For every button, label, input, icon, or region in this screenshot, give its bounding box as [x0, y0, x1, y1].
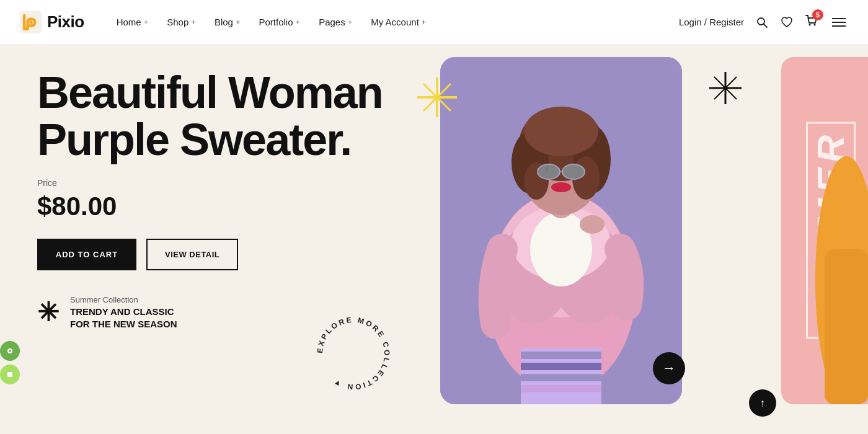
main-content: Beautiful Woman Purple Sweater. Price $8…: [0, 45, 868, 434]
svg-rect-28: [521, 374, 601, 381]
collection-text: Summer Collection TRENDY AND CLASSIC FOR…: [70, 295, 177, 330]
nav-pages-plus: +: [348, 17, 353, 27]
collection-category: Summer Collection: [70, 295, 177, 304]
main-nav: Home + Shop + Blog + Portfolio + Pages +…: [109, 12, 679, 32]
nav-shop[interactable]: Shop +: [159, 12, 203, 32]
nav-shop-plus: +: [191, 17, 196, 27]
svg-point-39: [562, 119, 585, 144]
nav-pages[interactable]: Pages +: [311, 12, 360, 32]
svg-text:EXPLORE MORE COLLECTION ▼: EXPLORE MORE COLLECTION ▼: [316, 316, 391, 392]
nav-blog[interactable]: Blog +: [207, 12, 248, 32]
star-black-decoration: [707, 69, 744, 109]
product-main-image: [440, 57, 682, 404]
nav-home-plus: +: [144, 17, 149, 27]
svg-rect-8: [7, 372, 12, 377]
svg-point-43: [551, 182, 571, 192]
star-yellow-decoration: [415, 76, 459, 122]
hero-title: Beautiful Woman Purple Sweater.: [37, 69, 384, 163]
collection-desc: TRENDY AND CLASSIC FOR THE NEW SEASON: [70, 306, 177, 330]
left-side-buttons: [0, 341, 20, 384]
cart-count-badge: 5: [812, 9, 823, 20]
svg-point-35: [524, 107, 598, 156]
nav-home[interactable]: Home +: [109, 12, 156, 32]
search-icon[interactable]: [755, 16, 769, 29]
svg-point-4: [809, 24, 811, 25]
login-register-link[interactable]: Login / Register: [679, 17, 744, 27]
logo-text: Pixio: [47, 12, 84, 32]
circular-explore-text[interactable]: EXPLORE MORE COLLECTION ▼: [310, 310, 397, 397]
svg-point-38: [538, 122, 560, 147]
scroll-up-button[interactable]: ↑: [749, 389, 776, 417]
svg-rect-29: [521, 385, 601, 392]
svg-point-2: [758, 18, 764, 25]
cart-icon[interactable]: 5: [805, 14, 818, 30]
header: Pixio Home + Shop + Blog + Portfolio + P…: [0, 0, 868, 45]
svg-point-7: [9, 350, 11, 352]
hero-right: → SUMMER ↑: [409, 45, 868, 434]
svg-rect-26: [521, 352, 601, 359]
nav-portfolio[interactable]: Portfolio +: [252, 12, 308, 32]
summer-side-panel: SUMMER: [781, 57, 868, 404]
header-right: Login / Register 5: [679, 14, 848, 30]
asterisk-decoration: ✳: [37, 299, 59, 326]
svg-point-1: [29, 20, 32, 24]
svg-point-40: [538, 164, 560, 179]
nav-account-plus: +: [422, 17, 427, 27]
svg-point-5: [814, 24, 816, 25]
next-arrow-button[interactable]: →: [653, 352, 685, 384]
nav-my-account[interactable]: My Account +: [363, 12, 433, 32]
svg-point-44: [580, 215, 604, 234]
logo-icon: [20, 11, 42, 33]
wishlist-icon[interactable]: [780, 16, 794, 29]
nav-portfolio-plus: +: [296, 17, 301, 27]
side-btn-light-green[interactable]: [0, 365, 20, 384]
side-panel-woman: [812, 156, 868, 404]
svg-rect-27: [521, 363, 601, 370]
side-btn-green[interactable]: [0, 341, 20, 361]
action-buttons: ADD TO CART VIEW DETAIL: [37, 239, 384, 270]
nav-blog-plus: +: [236, 17, 241, 27]
svg-line-3: [764, 24, 767, 27]
price-value: $80.00: [37, 192, 384, 221]
price-label: Price: [37, 178, 384, 188]
svg-point-41: [562, 164, 585, 179]
hamburger-menu[interactable]: [830, 16, 848, 29]
view-detail-button[interactable]: VIEW DETAIL: [146, 239, 238, 270]
svg-rect-46: [825, 249, 868, 404]
add-to-cart-button[interactable]: ADD TO CART: [37, 239, 136, 270]
logo[interactable]: Pixio: [20, 11, 84, 33]
